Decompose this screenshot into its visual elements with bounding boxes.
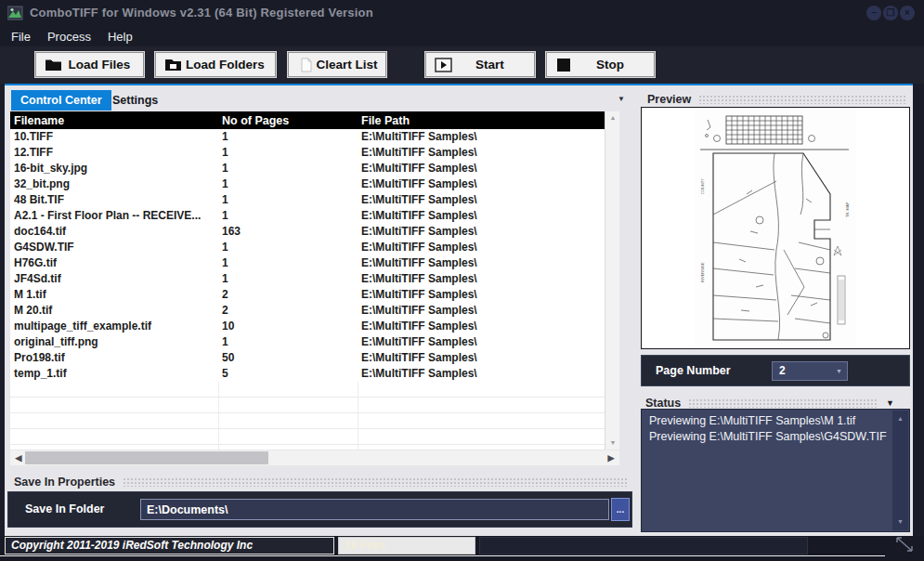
table-row[interactable]: original_tiff.png1E:\MultiTIFF Samples\ — [10, 334, 605, 350]
table-row[interactable]: temp_1.tif5E:\MultiTIFF Samples\ — [10, 366, 605, 382]
tab-control-center[interactable]: Control Center — [11, 90, 111, 111]
page-number-bar: Page Number 2 ▼ — [641, 355, 910, 386]
cell-filename: M 20.tif — [10, 303, 218, 319]
panel-collapse-icon[interactable]: ▼ — [618, 95, 625, 103]
cell-path: E:\MultiTIFF Samples\ — [358, 366, 605, 382]
table-row[interactable]: multipage_tiff_example.tif10E:\MultiTIFF… — [10, 319, 605, 334]
table-row[interactable]: H76G.tif1E:\MultiTIFF Samples\ — [10, 255, 605, 271]
column-header-pages[interactable]: No of Pages — [218, 114, 358, 127]
cell-path: E:\MultiTIFF Samples\ — [358, 240, 605, 255]
load-folders-button[interactable]: Load Folders — [155, 52, 276, 77]
svg-text:TR. MAP: TR. MAP — [845, 202, 850, 217]
cell-path: E:\MultiTIFF Samples\ — [358, 176, 605, 192]
cell-filename: multipage_tiff_example.tif — [10, 319, 218, 334]
menu-help[interactable]: Help — [99, 30, 141, 44]
cell-filename: H76G.tif — [10, 255, 218, 271]
cell-path: E:\MultiTIFF Samples\ — [358, 224, 605, 240]
column-header-filename[interactable]: Filename — [10, 114, 218, 127]
browse-button[interactable]: ... — [611, 498, 630, 521]
preview-image: COUNTY RIVERSIDE TR. MAP — [695, 111, 856, 346]
column-header-path[interactable]: File Path — [358, 114, 605, 127]
cell-path: E:\MultiTIFF Samples\ — [358, 319, 605, 334]
table-row[interactable]: Pro198.tif50E:\MultiTIFF Samples\ — [10, 350, 605, 366]
page-number-select[interactable]: 2 ▼ — [772, 361, 848, 381]
menu-file[interactable]: File — [3, 30, 39, 44]
minimize-button[interactable]: – — [866, 6, 881, 20]
cell-path: E:\MultiTIFF Samples\ — [358, 192, 605, 208]
maximize-button[interactable]: ❐ — [883, 6, 898, 20]
cell-filename: A2.1 - First Floor Plan -- RECEIVE... — [10, 208, 218, 224]
tab-settings[interactable]: Settings — [103, 90, 167, 111]
table-row[interactable]: M 20.tif2E:\MultiTIFF Samples\ — [10, 303, 605, 319]
table-row[interactable]: 32_bit.png1E:\MultiTIFF Samples\ — [10, 176, 605, 192]
section-hatch — [123, 477, 627, 487]
stop-icon — [555, 58, 574, 72]
table-row[interactable]: 48 Bit.TIF1E:\MultiTIFF Samples\ — [10, 192, 605, 208]
resize-grip-icon[interactable] — [890, 532, 917, 556]
cell-filename: 10.TIFF — [10, 129, 218, 145]
cell-path: E:\MultiTIFF Samples\ — [358, 145, 605, 161]
scroll-left-icon[interactable]: ◀ — [12, 450, 25, 465]
clear-list-label: Cleart List — [316, 58, 385, 72]
title-bar: ComboTIFF for Windows v2.31 (64 Bit) Reg… — [0, 0, 924, 26]
status-line: Previewing E:\MultiTIFF Samples\G4SDW.TI… — [649, 429, 891, 445]
cell-path: E:\MultiTIFF Samples\ — [358, 287, 605, 303]
blank-page-icon — [297, 58, 316, 72]
app-window: ComboTIFF for Windows v2.31 (64 Bit) Reg… — [0, 0, 924, 561]
load-files-button[interactable]: Load Files — [35, 52, 144, 77]
table-row[interactable]: 16-bit_sky.jpg1E:\MultiTIFF Samples\ — [10, 161, 605, 176]
table-row[interactable]: JF4Sd.tif1E:\MultiTIFF Samples\ — [10, 271, 605, 287]
save-in-properties-section: Save In Properties — [14, 476, 627, 489]
cell-filename: doc164.tif — [10, 224, 218, 240]
cell-filename: 12.TIFF — [10, 145, 218, 161]
statusbar-spacer — [479, 537, 808, 554]
cell-path: E:\MultiTIFF Samples\ — [358, 271, 605, 287]
close-button[interactable]: × — [900, 6, 915, 20]
folder-box-icon — [164, 58, 183, 72]
scroll-up-icon[interactable]: ▲ — [605, 111, 620, 124]
scroll-down-icon[interactable]: ▼ — [892, 515, 908, 528]
table-row[interactable]: G4SDW.TIF1E:\MultiTIFF Samples\ — [10, 240, 605, 255]
menu-process[interactable]: Process — [39, 30, 99, 44]
table-vertical-scrollbar[interactable]: ▲ ▼ — [605, 111, 619, 450]
cell-filename: original_tiff.png — [10, 334, 218, 350]
cell-filename: 32_bit.png — [10, 176, 218, 192]
start-button[interactable]: Start — [425, 52, 535, 77]
file-table-body: 10.TIFF1E:\MultiTIFF Samples\12.TIFF1E:\… — [10, 129, 605, 382]
cell-filename: G4SDW.TIF — [10, 240, 218, 255]
table-row[interactable]: 12.TIFF1E:\MultiTIFF Samples\ — [10, 145, 605, 161]
save-in-folder-label: Save In Folder — [25, 492, 104, 527]
table-horizontal-scrollbar[interactable]: ◀ ▶ — [10, 450, 619, 465]
window-title: ComboTIFF for Windows v2.31 (64 Bit) Reg… — [30, 0, 373, 26]
scroll-right-icon[interactable]: ▶ — [605, 450, 618, 465]
status-collapse-icon[interactable]: ▼ — [886, 398, 894, 408]
status-box: Previewing E:\MultiTIFF Samples\M 1.tifP… — [641, 409, 910, 532]
preview-section-header: Preview — [647, 93, 907, 106]
stop-button[interactable]: Stop — [546, 52, 655, 77]
clear-list-button[interactable]: Cleart List — [288, 52, 386, 77]
cell-path: E:\MultiTIFF Samples\ — [358, 350, 605, 366]
table-row[interactable]: M 1.tif2E:\MultiTIFF Samples\ — [10, 287, 605, 303]
statusbar-divider — [0, 555, 885, 556]
save-in-folder-input[interactable] — [140, 499, 609, 520]
status-scrollbar[interactable]: ▲ ▼ — [892, 411, 908, 530]
table-row[interactable]: A2.1 - First Floor Plan -- RECEIVE...1E:… — [10, 208, 605, 224]
page-number-value: 2 — [779, 362, 786, 380]
cell-pages: 1 — [218, 192, 358, 208]
cell-path: E:\MultiTIFF Samples\ — [358, 161, 605, 176]
cell-pages: 163 — [218, 224, 358, 240]
scroll-down-icon[interactable]: ▼ — [605, 437, 620, 450]
scroll-up-icon[interactable]: ▲ — [892, 412, 908, 425]
cell-pages: 2 — [218, 287, 358, 303]
load-files-label: Load Files — [63, 58, 143, 72]
table-row[interactable]: doc164.tif163E:\MultiTIFF Samples\ — [10, 224, 605, 240]
status-label: Status — [645, 397, 681, 410]
column-divider — [218, 382, 219, 450]
cell-pages: 5 — [218, 366, 358, 382]
window-edge — [917, 169, 924, 561]
page-number-label: Page Number — [656, 356, 731, 385]
file-count: 16 Files — [338, 537, 475, 554]
preview-pane[interactable]: COUNTY RIVERSIDE TR. MAP — [641, 107, 910, 349]
scrollbar-thumb[interactable] — [25, 451, 268, 464]
table-row[interactable]: 10.TIFF1E:\MultiTIFF Samples\ — [10, 129, 605, 145]
